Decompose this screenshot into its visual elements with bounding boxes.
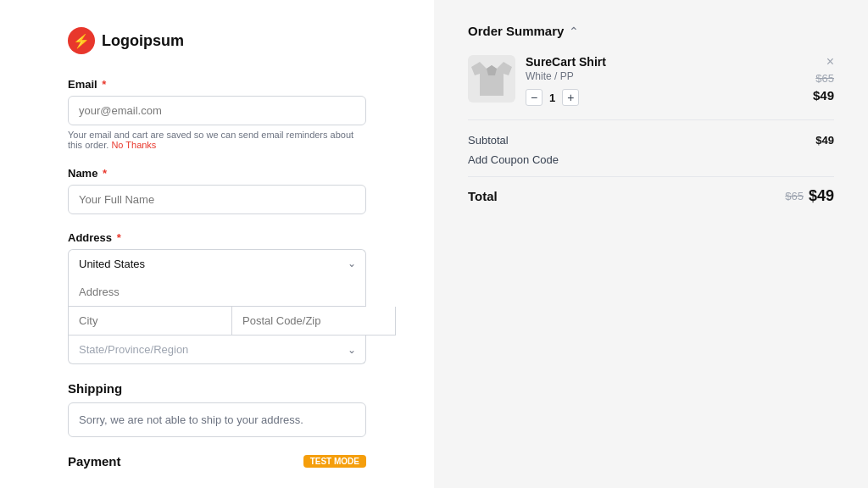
address-input[interactable] [68, 278, 366, 307]
country-wrapper: United States ⌄ [68, 249, 366, 278]
shipping-section: Shipping Sorry, we are not able to ship … [68, 381, 366, 437]
email-section: Email * Your email and cart are saved so… [68, 78, 366, 150]
right-panel: Order Summary ⌃ SureCart Shirt White / P… [434, 0, 868, 488]
logo-area: ⚡ Logoipsum [68, 27, 366, 54]
total-divider [468, 176, 834, 177]
order-item: SureCart Shirt White / PP − 1 + × $65 $4… [468, 55, 834, 120]
no-thanks-link[interactable]: No Thanks [111, 140, 156, 150]
address-label: Address * [68, 231, 366, 244]
state-wrapper: State/Province/Region ⌄ [68, 336, 366, 364]
left-panel: ⚡ Logoipsum Email * Your email and cart … [0, 0, 434, 488]
subtotal-label: Subtotal [468, 134, 509, 147]
order-summary-title: Order Summary [468, 24, 564, 38]
total-new-price: $49 [809, 187, 834, 205]
chevron-up-icon: ⌃ [569, 25, 579, 38]
zip-input[interactable] [231, 307, 396, 336]
country-select[interactable]: United States [68, 249, 366, 278]
logo-icon: ⚡ [68, 27, 95, 54]
coupon-link[interactable]: Add Coupon Code [468, 153, 559, 166]
remove-item-button[interactable]: × [826, 55, 834, 69]
quantity-decrease-button[interactable]: − [526, 89, 542, 106]
subtotal-value: $49 [815, 134, 834, 147]
city-zip-row [68, 307, 366, 336]
item-details: SureCart Shirt White / PP − 1 + [526, 55, 803, 106]
state-select[interactable]: State/Province/Region [68, 336, 366, 364]
email-input[interactable] [68, 96, 366, 125]
quantity-value: 1 [549, 92, 555, 104]
item-name: SureCart Shirt [526, 55, 803, 69]
shipping-message: Sorry, we are not able to ship to your a… [68, 402, 366, 437]
email-label: Email * [68, 78, 366, 91]
name-input[interactable] [68, 185, 366, 214]
subtotal-row: Subtotal $49 [468, 134, 834, 147]
city-input[interactable] [68, 307, 231, 336]
item-price-area: × $65 $49 [813, 55, 834, 103]
name-required-star: * [99, 167, 107, 180]
item-variant: White / PP [526, 70, 803, 82]
shipping-title: Shipping [68, 381, 366, 396]
email-note: Your email and cart are saved so we can … [68, 130, 366, 150]
payment-title: Payment [68, 454, 121, 469]
item-image [468, 55, 515, 103]
test-mode-badge: Test Mode [303, 455, 366, 468]
address-section: Address * United States ⌄ State/Province… [68, 231, 366, 364]
payment-section: Payment Test Mode [68, 454, 366, 469]
total-row: Total $65 $49 [468, 187, 834, 205]
item-new-price: $49 [813, 88, 834, 103]
name-section: Name * [68, 167, 366, 214]
coupon-row: Add Coupon Code [468, 153, 834, 166]
total-price-area: $65 $49 [785, 187, 834, 205]
order-summary-header: Order Summary ⌃ [468, 24, 834, 38]
total-old-price: $65 [785, 190, 804, 202]
svg-marker-1 [487, 65, 497, 75]
address-required-star: * [114, 231, 121, 244]
required-star: * [99, 78, 107, 91]
total-label: Total [468, 189, 498, 203]
item-old-price: $65 [815, 72, 834, 85]
logo-text: Logoipsum [102, 32, 184, 50]
name-label: Name * [68, 167, 366, 180]
shirt-icon [471, 58, 512, 99]
quantity-increase-button[interactable]: + [562, 89, 579, 106]
item-quantity: − 1 + [526, 89, 803, 106]
